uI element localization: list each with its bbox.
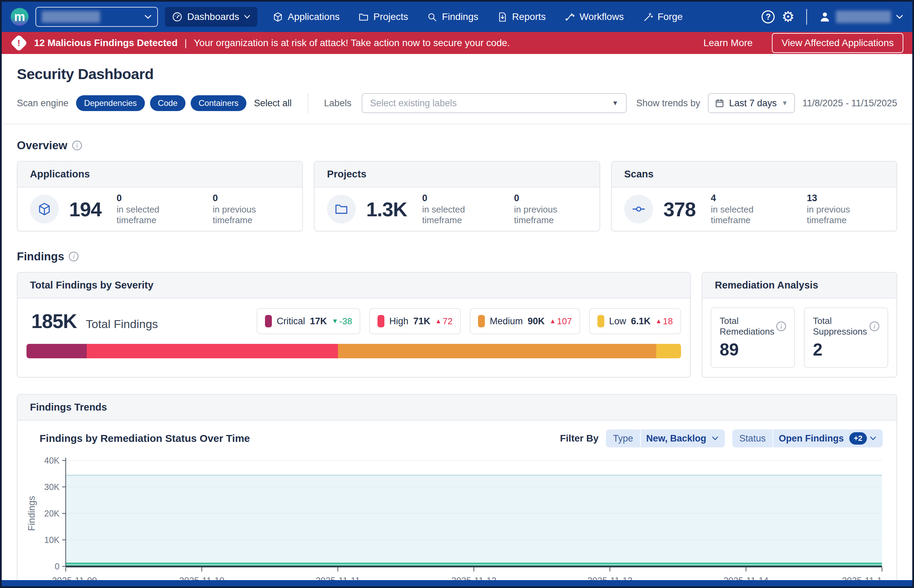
info-icon[interactable]: i: [72, 141, 82, 150]
gauge-icon: [172, 11, 183, 23]
critical-swatch: [265, 315, 272, 327]
low-severity-chip[interactable]: Low 6.1K ▲18: [589, 308, 681, 334]
overview-cards: Applications 194 0in selected timeframe …: [17, 161, 897, 231]
mend-logo-icon[interactable]: m: [11, 8, 29, 26]
view-affected-applications-button[interactable]: View Affected Applications: [772, 33, 903, 53]
low-value: 6.1K: [631, 316, 650, 327]
trend-up-icon: ▲: [656, 317, 662, 325]
learn-more-link[interactable]: Learn More: [703, 37, 753, 48]
chevron-down-icon: [711, 436, 725, 441]
labels-label: Labels: [324, 98, 352, 109]
chip-dependencies[interactable]: Dependencies: [76, 95, 144, 111]
labels-placeholder: Select existing labels: [370, 98, 457, 109]
scan-engine-label: Scan engine: [17, 98, 68, 109]
projects-previous-value: 0: [514, 193, 587, 204]
info-icon[interactable]: i: [776, 321, 786, 331]
applications-previous-label: in previous timeframe: [213, 204, 290, 226]
chevron-down-icon: [144, 14, 152, 19]
high-severity-chip[interactable]: High 71K ▲72: [369, 308, 461, 334]
type-filter[interactable]: Type New, Backlog: [606, 430, 725, 447]
type-filter-label: Type: [606, 433, 640, 444]
info-icon[interactable]: i: [69, 252, 78, 261]
scans-selected-value: 4: [711, 193, 788, 204]
nav-workflows[interactable]: Workflows: [564, 11, 624, 23]
nav-forge-label: Forge: [658, 11, 683, 23]
scans-card-title: Scans: [612, 162, 896, 187]
org-selector[interactable]: [36, 7, 158, 27]
help-glyph: ?: [766, 12, 771, 22]
nav-findings[interactable]: Findings: [427, 11, 478, 23]
show-trends-label: Show trends by: [636, 98, 700, 109]
scan-engine-chips: Dependencies Code Containers: [76, 95, 246, 111]
scan-icon: [624, 195, 653, 223]
applications-selected-value: 0: [117, 193, 193, 204]
remediation-status-chart[interactable]: 010K20K30K40K2025-11-092025-11-102025-11…: [25, 454, 883, 588]
medium-severity-chip[interactable]: Medium 90K ▲107: [470, 308, 580, 334]
projects-selected-label: in selected timeframe: [422, 204, 495, 226]
filter-by-label: Filter By: [560, 433, 598, 444]
trend-up-icon: ▲: [549, 317, 556, 325]
org-selector-redacted-value: [42, 11, 100, 23]
user-menu[interactable]: [819, 11, 903, 23]
user-name-redacted: [836, 11, 891, 23]
severity-panel-title: Total Findings by Severity: [18, 273, 690, 299]
alert-diamond-icon: !: [10, 34, 28, 52]
help-icon[interactable]: ?: [762, 10, 775, 23]
critical-severity-chip[interactable]: Critical 17K ▼-38: [257, 308, 360, 334]
status-filter[interactable]: Status Open Findings +2: [732, 430, 883, 447]
labels-select[interactable]: Select existing labels ▼: [362, 93, 627, 113]
findings-title: Findings: [17, 250, 64, 263]
chevron-down-icon: [870, 436, 883, 441]
settings-gear-icon[interactable]: ⚙: [781, 10, 794, 24]
nav-dashboards-button[interactable]: Dashboards: [165, 7, 258, 27]
critical-delta: ▼-38: [332, 316, 352, 327]
total-suppressions-value: 2: [813, 340, 879, 360]
total-remediations-label: Total Remediations: [720, 316, 776, 337]
workflow-icon: [564, 12, 575, 23]
nav-projects[interactable]: Projects: [358, 11, 408, 23]
overview-heading: Overview i: [17, 139, 897, 152]
caret-down-icon: ▼: [612, 99, 618, 107]
critical-label: Critical: [277, 316, 305, 327]
applications-count: 194: [69, 198, 102, 221]
info-icon[interactable]: i: [870, 321, 879, 331]
trend-down-icon: ▼: [332, 317, 338, 325]
nav-dashboards-label: Dashboards: [187, 11, 239, 23]
applications-card-title: Applications: [18, 162, 302, 187]
nav-applications[interactable]: Applications: [272, 11, 340, 23]
projects-previous-label: in previous timeframe: [514, 204, 587, 226]
high-delta: ▲72: [435, 316, 452, 327]
total-remediations-value: 89: [720, 340, 786, 360]
status-filter-value: Open Findings: [773, 433, 849, 444]
chip-containers[interactable]: Containers: [191, 95, 246, 111]
nav-reports[interactable]: Reports: [497, 11, 546, 23]
low-delta: ▲18: [656, 316, 673, 327]
alert-title: 12 Malicious Findings Detected: [34, 37, 178, 48]
wand-icon: [642, 12, 653, 23]
svg-text:Findings: Findings: [26, 496, 37, 531]
high-bar-segment: [87, 344, 338, 358]
svg-text:10K: 10K: [44, 535, 60, 545]
chip-code[interactable]: Code: [150, 95, 185, 111]
alert-separator: |: [185, 37, 187, 48]
critical-bar-segment: [26, 344, 87, 358]
low-swatch: [597, 315, 604, 327]
alert-message: Your organization is at risk of attack! …: [194, 37, 510, 48]
severity-stacked-bar: [26, 344, 681, 358]
calendar-icon: [715, 99, 724, 108]
bottom-blue-strip: [2, 580, 912, 586]
chevron-down-icon: [244, 15, 251, 19]
svg-text:40K: 40K: [44, 456, 60, 465]
svg-text:0: 0: [55, 562, 60, 571]
search-icon: [427, 12, 438, 23]
trend-period-select[interactable]: Last 7 days ▼: [708, 93, 795, 113]
folder-icon: [327, 195, 356, 223]
scans-previous-value: 13: [807, 193, 884, 204]
nav-forge[interactable]: Forge: [642, 11, 683, 23]
chevron-down-icon: [896, 14, 903, 19]
scans-count: 378: [663, 198, 696, 221]
remediation-analysis-panel: Remediation Analysis Total Remediations …: [702, 272, 897, 378]
nav-findings-label: Findings: [442, 11, 478, 23]
user-icon: [819, 11, 831, 23]
select-all-link[interactable]: Select all: [254, 98, 292, 109]
